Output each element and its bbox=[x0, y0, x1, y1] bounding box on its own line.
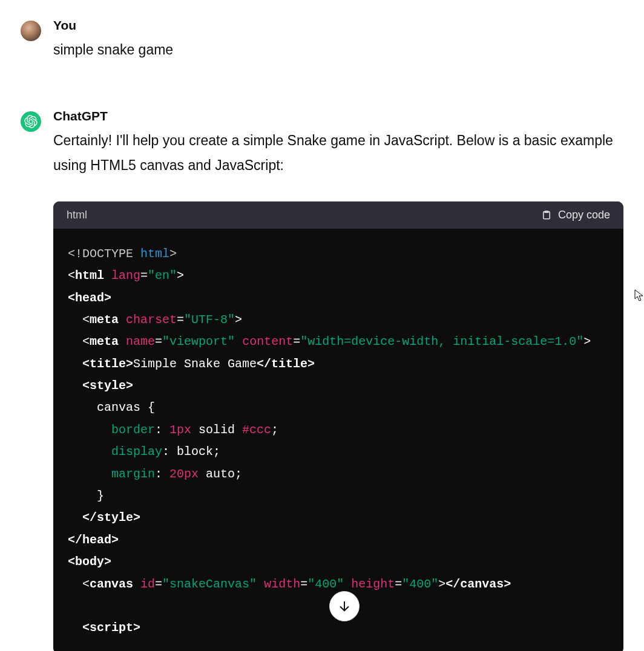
user-sender-label: You bbox=[53, 18, 623, 33]
code-body[interactable]: <!DOCTYPE html> <html lang="en"> <head> … bbox=[53, 229, 623, 651]
user-message-text: simple snake game bbox=[53, 38, 623, 62]
code-block-header: html Copy code bbox=[53, 201, 623, 229]
user-message-body: You simple snake game bbox=[53, 18, 623, 62]
assistant-message: ChatGPT Certainly! I'll help you create … bbox=[0, 109, 644, 651]
clipboard-icon bbox=[541, 209, 552, 220]
assistant-message-body: ChatGPT Certainly! I'll help you create … bbox=[53, 109, 623, 651]
scroll-to-bottom-button[interactable] bbox=[329, 591, 360, 621]
assistant-sender-label: ChatGPT bbox=[53, 109, 623, 123]
arrow-down-icon bbox=[338, 600, 351, 613]
copy-code-button[interactable]: Copy code bbox=[541, 209, 610, 221]
user-avatar bbox=[21, 21, 41, 41]
assistant-intro-text: Certainly! I'll help you create a simple… bbox=[53, 128, 623, 177]
user-message: You simple snake game bbox=[0, 18, 644, 62]
code-block: html Copy code <!DOCTYPE html> <html lan… bbox=[53, 201, 623, 651]
openai-logo-icon bbox=[24, 115, 38, 128]
code-language-label: html bbox=[67, 209, 87, 221]
copy-code-label: Copy code bbox=[558, 209, 610, 221]
assistant-avatar bbox=[21, 111, 41, 132]
